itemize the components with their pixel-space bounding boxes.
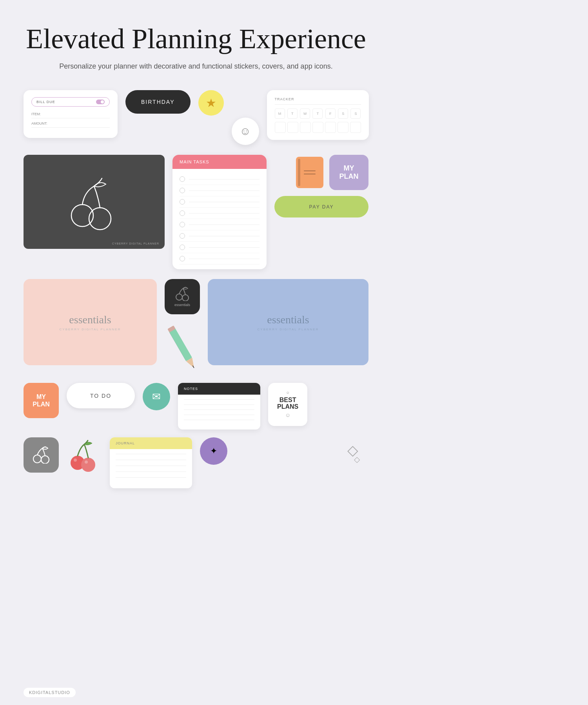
journal-line-1 bbox=[116, 454, 186, 454]
tracker-day-s1: S bbox=[338, 109, 348, 119]
essentials-pink-cover: essentials CYBERRY DIGITAL PLANNER bbox=[24, 279, 157, 365]
journal-card: JOURNAL bbox=[110, 437, 192, 488]
tracker-title: TRACKER bbox=[275, 97, 361, 105]
task-item-3 bbox=[180, 196, 260, 208]
task-checkbox-7[interactable] bbox=[180, 245, 185, 250]
notes-line-5 bbox=[184, 420, 254, 420]
row-3: essentials CYBERRY DIGITAL PLANNER essen… bbox=[24, 279, 368, 373]
essentials-blue-cover: essentials CYBERRY DIGITAL PLANNER bbox=[208, 279, 368, 365]
essentials-pink-title: essentials bbox=[69, 314, 111, 326]
task-item-2 bbox=[180, 185, 260, 196]
row-4: MYPLAN TO DO ✉ NOTES ☺ BESTPLANS ☺ bbox=[24, 383, 368, 430]
essentials-icon-label: essentials bbox=[174, 303, 190, 307]
tracker-day-t2: T bbox=[312, 109, 323, 119]
notebook-lines bbox=[304, 170, 316, 174]
tasks-body bbox=[172, 169, 267, 269]
my-plan-purple-label: MYPLAN bbox=[339, 164, 359, 181]
cherry-app-icon[interactable] bbox=[24, 437, 59, 473]
task-checkbox-2[interactable] bbox=[180, 188, 185, 193]
my-plan-purple-button[interactable]: MYPLAN bbox=[329, 155, 368, 190]
pay-day-label: PAY DAY bbox=[309, 204, 334, 210]
mail-sticker: ✉ bbox=[143, 383, 170, 410]
row-2: CYBERRY DIGITAL PLANNER MAIN TASKS bbox=[24, 155, 368, 269]
smiley-face-icon: ☺ bbox=[286, 391, 289, 395]
notebook-sticker bbox=[296, 157, 323, 188]
essentials-icon-cherry bbox=[174, 287, 190, 301]
task-checkbox-1[interactable] bbox=[180, 176, 185, 182]
task-item-4 bbox=[180, 208, 260, 219]
task-item-7 bbox=[180, 242, 260, 253]
diamond-small-icon: ◇ bbox=[354, 455, 360, 463]
row-5: JOURNAL ✦ ◇ ◇ bbox=[24, 437, 368, 488]
notebook-line-2 bbox=[304, 174, 316, 174]
journal-line-2 bbox=[116, 460, 186, 460]
right-column: MYPLAN PAY DAY bbox=[274, 155, 368, 217]
task-checkbox-4[interactable] bbox=[180, 210, 185, 216]
svg-point-2 bbox=[176, 294, 182, 300]
notes-line-3 bbox=[184, 410, 254, 410]
task-checkbox-8[interactable] bbox=[180, 256, 185, 261]
tracker-day-t1: T bbox=[287, 109, 298, 119]
task-item-5 bbox=[180, 219, 260, 230]
essentials-blue-title: essentials bbox=[267, 314, 309, 326]
journal-header: JOURNAL bbox=[110, 437, 192, 449]
star-icon: ★ bbox=[206, 96, 216, 110]
task-item-1 bbox=[180, 174, 260, 185]
my-plan-orange-button[interactable]: MYPLAN bbox=[24, 383, 59, 418]
tracker-day-w: W bbox=[300, 109, 310, 119]
svg-point-1 bbox=[89, 208, 111, 230]
task-checkbox-3[interactable] bbox=[180, 199, 185, 205]
pencil-container bbox=[171, 322, 194, 373]
notes-line-4 bbox=[184, 415, 254, 415]
cherry-illustration bbox=[63, 172, 125, 231]
row-1: BILL DUE ITEM: AMOUNT: BIRTHDAY ★ ☺ TRAC… bbox=[24, 90, 368, 145]
smiley-icon: ☺ bbox=[240, 125, 251, 138]
cherry-cover: CYBERRY DIGITAL PLANNER bbox=[24, 155, 165, 249]
essentials-blue-subtitle: CYBERRY DIGITAL PLANNER bbox=[258, 328, 319, 331]
journal-line-4 bbox=[116, 471, 186, 472]
notes-body bbox=[178, 395, 260, 430]
svg-point-13 bbox=[74, 459, 77, 462]
pay-day-button[interactable]: PAY DAY bbox=[274, 196, 368, 217]
notes-line-2 bbox=[184, 404, 254, 405]
birthday-button[interactable]: BIRTHDAY bbox=[125, 90, 191, 114]
page-subtitle: Personalize your planner with decorative… bbox=[16, 62, 376, 71]
tracker-day-s2: S bbox=[350, 109, 361, 119]
todo-button[interactable]: TO DO bbox=[67, 383, 135, 408]
sparkle-icon: ✦ bbox=[210, 446, 217, 456]
best-plans-sticker: ☺ BESTPLANS ☺ bbox=[268, 383, 307, 426]
best-plans-text: BESTPLANS bbox=[277, 397, 298, 410]
smiley-button[interactable]: ☺ bbox=[232, 118, 259, 145]
header: Elevated Planning Experience Personalize… bbox=[0, 0, 392, 78]
journal-line-3 bbox=[116, 466, 186, 466]
notebook-spine bbox=[298, 159, 300, 186]
middle-col: essentials bbox=[165, 279, 200, 373]
notes-header: NOTES bbox=[178, 383, 260, 395]
mail-icon: ✉ bbox=[152, 391, 161, 403]
notes-line-1 bbox=[184, 399, 254, 400]
svg-point-14 bbox=[85, 460, 88, 464]
journal-body bbox=[110, 449, 192, 488]
tracker-card: TRACKER M T W T F S S bbox=[267, 90, 369, 140]
bill-due-header: BILL DUE bbox=[31, 97, 110, 107]
bill-due-card: BILL DUE ITEM: AMOUNT: bbox=[24, 90, 118, 138]
task-checkbox-6[interactable] bbox=[180, 233, 185, 239]
page-title: Elevated Planning Experience bbox=[16, 24, 376, 54]
notebook-myplan-row: MYPLAN bbox=[296, 155, 368, 190]
purple-sticker: ✦ bbox=[200, 437, 227, 465]
cherry-cover-brand: CYBERRY DIGITAL PLANNER bbox=[112, 242, 159, 245]
bill-amount-field: AMOUNT: bbox=[31, 121, 110, 128]
smiley-area: ☺ bbox=[232, 110, 259, 145]
journal-line-5 bbox=[116, 477, 186, 478]
bill-item-field: ITEM: bbox=[31, 112, 110, 118]
tracker-day-m: M bbox=[275, 109, 285, 119]
task-checkbox-5[interactable] bbox=[180, 222, 185, 227]
svg-point-10 bbox=[41, 456, 49, 464]
bill-due-toggle[interactable] bbox=[96, 100, 105, 104]
cherry-app-cherry-icon bbox=[31, 446, 51, 464]
svg-point-12 bbox=[81, 458, 95, 472]
main-tasks-card: MAIN TASKS bbox=[172, 155, 267, 269]
essentials-pink-subtitle: CYBERRY DIGITAL PLANNER bbox=[60, 328, 121, 331]
tasks-header: MAIN TASKS bbox=[172, 155, 267, 169]
svg-rect-4 bbox=[169, 327, 192, 361]
